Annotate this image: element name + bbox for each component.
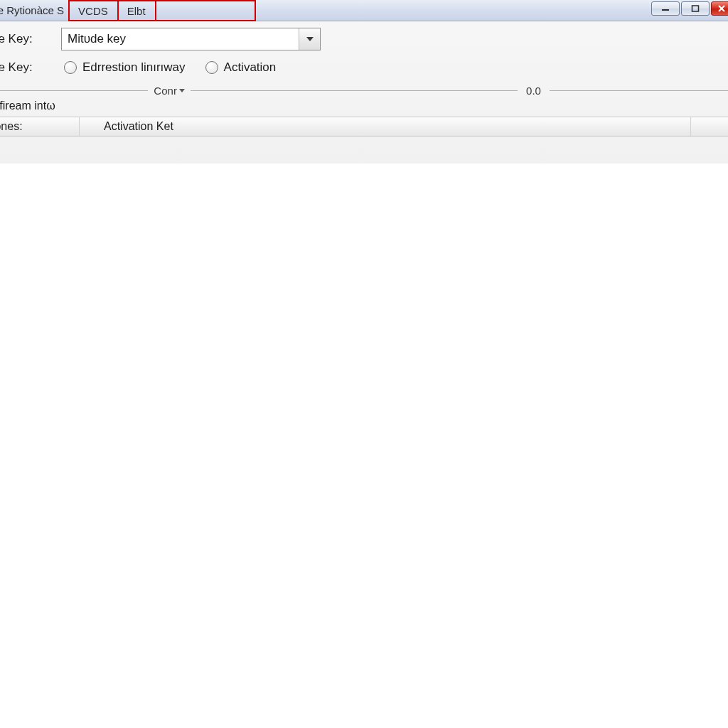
license-key-row: ense Key: Mitυde key — [0, 26, 728, 53]
radio-activation[interactable]: Activation — [205, 60, 277, 75]
svg-rect-1 — [692, 6, 699, 11]
radio-edrrestion[interactable]: Edrrestion linırıway — [64, 60, 186, 75]
menu-item-vcds[interactable]: VCDS — [70, 1, 117, 21]
highlight-empty-box — [156, 0, 256, 21]
table-header: diones: Activation Ket — [0, 117, 728, 136]
close-button[interactable] — [711, 1, 728, 16]
maximize-icon — [691, 5, 700, 12]
chevron-down-icon — [306, 37, 314, 41]
separator-line — [550, 90, 728, 91]
maximize-button[interactable] — [681, 1, 710, 16]
separator-line — [0, 90, 148, 91]
license-key-label: ense Key: — [0, 32, 61, 46]
separator-line — [191, 90, 518, 91]
table-col-diones[interactable]: diones: — [0, 117, 80, 136]
radio-group: Edrrestion linırıway Activation — [64, 60, 276, 75]
svg-marker-5 — [179, 89, 185, 92]
svg-rect-0 — [662, 9, 669, 11]
license-key-combo[interactable]: Mitυde key — [61, 28, 321, 50]
table-col-activation-key[interactable]: Activation Ket — [80, 117, 691, 136]
separator-mid-label: Conr — [148, 85, 191, 97]
radio-activation-label: Activation — [224, 60, 277, 75]
combo-dropdown-button[interactable] — [299, 28, 320, 50]
content-area: ense Key: Mitυde key ense Key: Edrrestio… — [0, 21, 728, 164]
table-col-empty[interactable] — [691, 117, 728, 136]
chevron-down-icon — [179, 89, 185, 92]
license-key-radio-row: ense Key: Edrrestion linırıway Activatio… — [0, 55, 728, 80]
status-text: se fiream intω — [0, 100, 728, 112]
svg-marker-4 — [306, 37, 314, 41]
radio-group-label: ense Key: — [0, 60, 61, 75]
titlebar: irue Rytionàce S VCDS Elbt — [0, 0, 728, 21]
radio-edrrestion-label: Edrrestion linırıway — [82, 60, 186, 75]
separator-row: rt Conr 0.0 — [0, 82, 728, 98]
window-title: irue Rytionàce S — [0, 4, 68, 16]
license-key-value[interactable]: Mitυde key — [62, 28, 299, 50]
radio-circle-icon — [64, 61, 77, 74]
minimize-icon — [661, 5, 670, 12]
table-body-empty — [0, 164, 728, 728]
separator-right-label: 0.0 — [518, 85, 550, 97]
separator-mid-text: Conr — [154, 85, 177, 97]
radio-circle-icon — [205, 61, 218, 74]
menu-item-elbt[interactable]: Elbt — [119, 1, 155, 21]
minimize-button[interactable] — [651, 1, 680, 16]
highlighted-menu-group: VCDS Elbt — [68, 0, 156, 21]
window-controls — [651, 1, 728, 16]
close-icon — [717, 4, 726, 13]
